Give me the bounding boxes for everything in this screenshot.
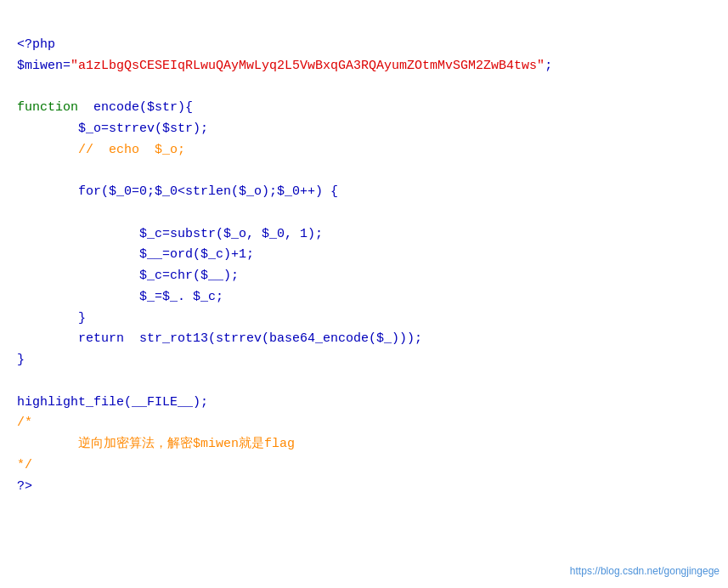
watermark: https://blog.csdn.net/gongjingege [570, 563, 720, 580]
code-line: // echo $_o; [17, 140, 711, 161]
code-token: return str_rot13(strrev(base64_encode($_… [17, 331, 422, 346]
code-line: $__=ord($_c)+1; [17, 245, 711, 266]
code-line: <?php [17, 35, 711, 56]
code-line [17, 76, 711, 98]
code-token: } [17, 353, 25, 367]
code-line: $miwen="a1zLbgQsCESEIqRLwuQAyMwLyq2L5VwB… [17, 56, 711, 77]
code-line: 逆向加密算法，解密$miwen就是flag [17, 434, 711, 455]
code-line: ?> [17, 477, 711, 498]
code-token: // echo $_o; [17, 143, 185, 157]
code-line: } [17, 308, 711, 330]
code-token: <?php [17, 37, 55, 52]
code-token: $_c=substr($_o, $_0, 1); [17, 227, 323, 241]
code-token: /* [17, 416, 32, 430]
code-token: = [63, 59, 71, 73]
code-token: $_=$_. $_c; [17, 290, 223, 304]
code-line: $_=$_. $_c; [17, 287, 711, 308]
code-line: for($_0=0;$_0<strlen($_o);$_0++) { [17, 182, 711, 203]
code-token: function [17, 100, 78, 115]
code-token: "a1zLbgQsCESEIqRLwuQAyMwLyq2L5VwBxqGA3RQ… [71, 59, 545, 73]
code-token: $_o=strrev($str); [17, 122, 208, 136]
code-token: $__=ord($_c)+1; [17, 247, 254, 262]
code-token: } [17, 311, 86, 325]
code-line: $_c=chr($__); [17, 266, 711, 287]
code-token: $_c=chr($__); [17, 269, 239, 283]
code-line: $_o=strrev($str); [17, 119, 711, 140]
code-display: <?php$miwen="a1zLbgQsCESEIqRLwuQAyMwLyq2… [17, 14, 711, 497]
code-token: ; [545, 59, 552, 73]
code-line: } [17, 350, 711, 371]
code-token: 逆向加密算法，解密$miwen就是flag [17, 437, 295, 451]
code-line [17, 203, 711, 224]
code-token: $miwen [17, 59, 63, 73]
code-token: ?> [17, 479, 32, 494]
code-line [17, 161, 711, 182]
code-line: $_c=substr($_o, $_0, 1); [17, 224, 711, 246]
code-line: return str_rot13(strrev(base64_encode($_… [17, 329, 711, 350]
code-token: encode($str){ [78, 100, 193, 115]
code-line: */ [17, 455, 711, 477]
code-line [17, 371, 711, 393]
code-token: for($_0=0;$_0<strlen($_o);$_0++) { [17, 184, 338, 199]
code-line: function encode($str){ [17, 98, 711, 119]
code-token: highlight_file(__FILE__); [17, 395, 208, 410]
code-line: /* [17, 413, 711, 434]
code-token: */ [17, 458, 32, 472]
code-line: highlight_file(__FILE__); [17, 393, 711, 414]
